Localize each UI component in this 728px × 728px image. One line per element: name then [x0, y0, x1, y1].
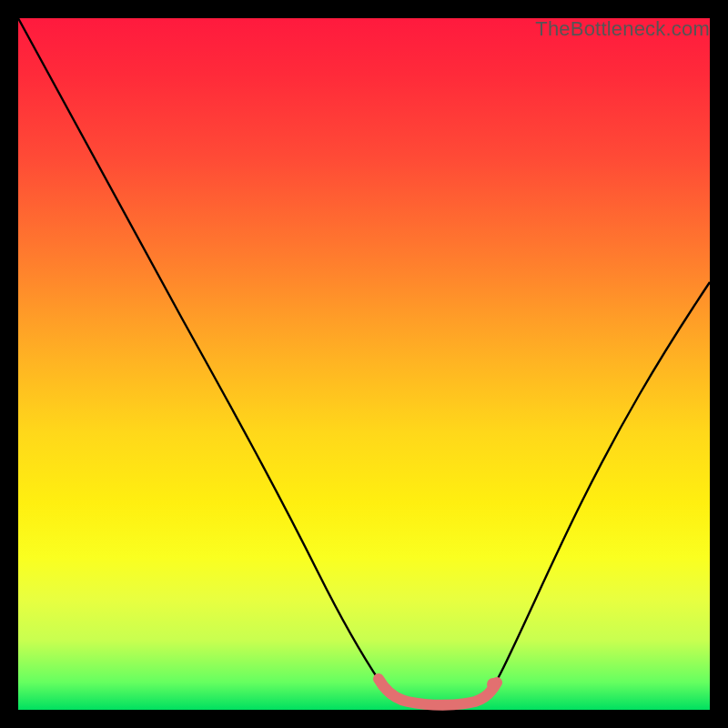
flat-band-end-dot — [487, 678, 500, 691]
flat-band-highlight — [379, 679, 497, 705]
chart-svg — [18, 18, 710, 710]
chart-frame: TheBottleneck.com — [0, 0, 728, 728]
chart-plot-area: TheBottleneck.com — [18, 18, 710, 710]
bottleneck-curve — [18, 18, 710, 704]
